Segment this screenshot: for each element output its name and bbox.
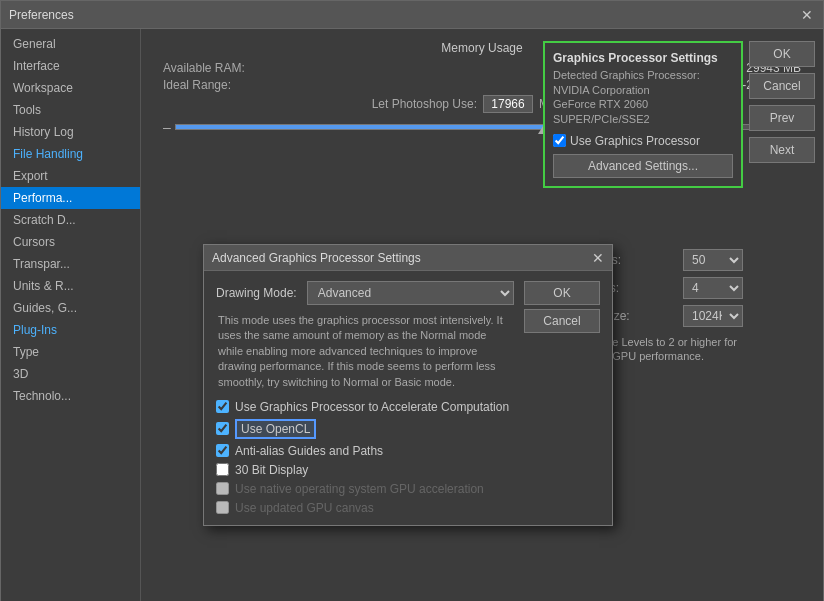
advanced-settings-button[interactable]: Advanced Settings... xyxy=(553,154,733,178)
gpu-detected-label: Detected Graphics Processor: xyxy=(553,69,733,81)
drawing-mode-select[interactable]: Advanced Normal Basic xyxy=(307,281,514,305)
adv-cancel-button[interactable]: Cancel xyxy=(524,309,600,333)
prev-button[interactable]: Prev xyxy=(749,105,815,131)
use-opencl-label: Use OpenCL xyxy=(235,419,316,439)
sidebar-item-units[interactable]: Units & R... xyxy=(1,275,140,297)
sidebar-item-type[interactable]: Type xyxy=(1,341,140,363)
use-gpu-checkbox[interactable] xyxy=(553,134,566,147)
updated-canvas-checkbox xyxy=(216,501,229,514)
drawing-mode-label: Drawing Mode: xyxy=(216,286,297,300)
title-bar: Preferences ✕ xyxy=(1,1,823,29)
window-title: Preferences xyxy=(9,8,74,22)
preferences-window: Preferences ✕ General Interface Workspac… xyxy=(0,0,824,601)
ok-button[interactable]: OK xyxy=(749,41,815,67)
anti-alias-checkbox[interactable] xyxy=(216,444,229,457)
updated-canvas-row: Use updated GPU canvas xyxy=(216,501,600,515)
cancel-button[interactable]: Cancel xyxy=(749,73,815,99)
use-opencl-row: Use OpenCL xyxy=(216,419,600,439)
native-gpu-row: Use native operating system GPU accelera… xyxy=(216,482,600,496)
sidebar-item-technology[interactable]: Technolo... xyxy=(1,385,140,407)
prefs-body: General Interface Workspace Tools Histor… xyxy=(1,29,823,601)
sidebar-item-3d[interactable]: 3D xyxy=(1,363,140,385)
use-gpu-accel-checkbox[interactable] xyxy=(216,400,229,413)
gpu-name-line1: NVIDIA Corporation xyxy=(553,83,733,97)
adv-mode-left: Drawing Mode: Advanced Normal Basic This… xyxy=(216,281,514,400)
adv-mode-desc-row: Drawing Mode: Advanced Normal Basic This… xyxy=(216,281,600,400)
adv-title-bar: Advanced Graphics Processor Settings ✕ xyxy=(204,245,612,271)
gpu-box-title: Graphics Processor Settings xyxy=(553,51,733,65)
sidebar-item-tools[interactable]: Tools xyxy=(1,99,140,121)
use-gpu-accel-label: Use Graphics Processor to Accelerate Com… xyxy=(235,400,509,414)
30-bit-checkbox[interactable] xyxy=(216,463,229,476)
updated-canvas-label: Use updated GPU canvas xyxy=(235,501,374,515)
cache-levels-select[interactable]: 4 xyxy=(683,277,743,299)
sidebar-item-scratch[interactable]: Scratch D... xyxy=(1,209,140,231)
available-ram-label: Available RAM: xyxy=(163,61,245,75)
slider-fill xyxy=(176,125,543,129)
sidebar: General Interface Workspace Tools Histor… xyxy=(1,29,141,601)
history-states-select[interactable]: 50 xyxy=(683,249,743,271)
gpu-name-line2: GeForce RTX 2060 SUPER/PCIe/SSE2 xyxy=(553,97,733,126)
adv-dialog-body: Drawing Mode: Advanced Normal Basic This… xyxy=(204,271,612,525)
anti-alias-row: Anti-alias Guides and Paths xyxy=(216,444,600,458)
anti-alias-label: Anti-alias Guides and Paths xyxy=(235,444,383,458)
adv-ok-button[interactable]: OK xyxy=(524,281,600,305)
sidebar-item-transparency[interactable]: Transpar... xyxy=(1,253,140,275)
sidebar-item-file-handling[interactable]: File Handling xyxy=(1,143,140,165)
ps-use-input[interactable] xyxy=(483,95,533,113)
ps-use-label: Let Photoshop Use: xyxy=(372,97,477,111)
right-buttons: OK Cancel Prev Next xyxy=(749,41,815,163)
ideal-range-label: Ideal Range: xyxy=(163,78,231,92)
30-bit-label: 30 Bit Display xyxy=(235,463,308,477)
sidebar-item-workspace[interactable]: Workspace xyxy=(1,77,140,99)
native-gpu-checkbox xyxy=(216,482,229,495)
use-gpu-accel-row: Use Graphics Processor to Accelerate Com… xyxy=(216,400,600,414)
use-opencl-checkbox[interactable] xyxy=(216,422,229,435)
sidebar-item-guides[interactable]: Guides, G... xyxy=(1,297,140,319)
adv-ok-cancel-buttons: OK Cancel xyxy=(524,281,600,333)
gpu-box: Graphics Processor Settings Detected Gra… xyxy=(543,41,743,188)
adv-checkboxes: Use Graphics Processor to Accelerate Com… xyxy=(216,400,600,515)
gpu-name: NVIDIA Corporation GeForce RTX 2060 SUPE… xyxy=(553,83,733,126)
sidebar-item-performance[interactable]: Performa... xyxy=(1,187,140,209)
use-gpu-checkbox-row: Use Graphics Processor xyxy=(553,134,733,148)
cache-tile-select[interactable]: 1024K 512K 256K 128K xyxy=(683,305,743,327)
native-gpu-label: Use native operating system GPU accelera… xyxy=(235,482,484,496)
sidebar-item-export[interactable]: Export xyxy=(1,165,140,187)
adv-close-button[interactable]: ✕ xyxy=(592,250,604,266)
sidebar-item-general[interactable]: General xyxy=(1,33,140,55)
main-content: Memory Usage Available RAM: 29943 MB Ide… xyxy=(141,29,823,601)
adv-dialog-title: Advanced Graphics Processor Settings xyxy=(212,251,421,265)
sidebar-item-plugins[interactable]: Plug-Ins xyxy=(1,319,140,341)
use-gpu-checkbox-label: Use Graphics Processor xyxy=(570,134,700,148)
30-bit-row: 30 Bit Display xyxy=(216,463,600,477)
sidebar-item-history-log[interactable]: History Log xyxy=(1,121,140,143)
sidebar-item-interface[interactable]: Interface xyxy=(1,55,140,77)
window-close-button[interactable]: ✕ xyxy=(799,7,815,23)
slider-minus-icon[interactable]: – xyxy=(163,119,171,135)
next-button[interactable]: Next xyxy=(749,137,815,163)
sidebar-item-cursors[interactable]: Cursors xyxy=(1,231,140,253)
adv-description: This mode uses the graphics processor mo… xyxy=(216,313,514,390)
drawing-mode-row: Drawing Mode: Advanced Normal Basic xyxy=(216,281,514,305)
advanced-dialog: Advanced Graphics Processor Settings ✕ D… xyxy=(203,244,613,526)
